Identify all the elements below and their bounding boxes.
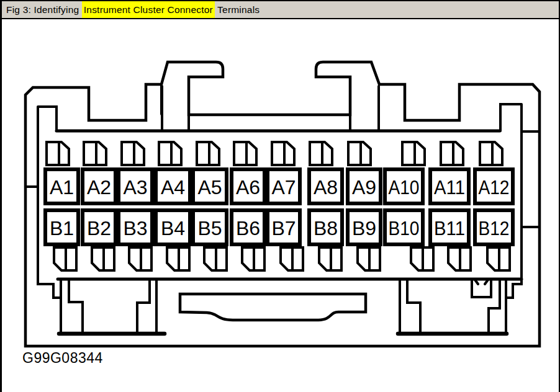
terminal-label: A4 xyxy=(161,176,185,198)
pin-slot-bottom xyxy=(129,247,151,270)
terminal-A10: A10 xyxy=(385,169,423,203)
terminal-label: B5 xyxy=(197,217,222,239)
terminal-label: B12 xyxy=(479,217,510,239)
terminal-A4: A4 xyxy=(156,169,190,203)
terminal-row-b: B1B2B3B4B5B6B7B8B9B10B11B12 xyxy=(45,210,513,244)
terminal-label: A2 xyxy=(87,176,111,198)
figure-title-bar: Fig 3: Identifying Instrument Cluster Co… xyxy=(2,0,559,19)
terminal-B2: B2 xyxy=(83,210,115,244)
terminal-label: A1 xyxy=(50,176,74,198)
terminal-B3: B3 xyxy=(119,210,152,244)
pin-slot-top xyxy=(310,142,332,165)
title-suffix: Terminals xyxy=(215,4,260,16)
pin-slot-top xyxy=(348,142,371,165)
pin-slot-bottom xyxy=(281,247,303,270)
terminal-A2: A2 xyxy=(83,169,115,203)
pin-slot-bottom xyxy=(92,247,114,270)
pin-slot-top xyxy=(47,142,69,165)
pin-slot-bottom xyxy=(319,247,341,270)
terminal-label: B3 xyxy=(123,217,147,239)
pin-slot-top xyxy=(197,142,219,165)
latch-post-edges xyxy=(161,78,379,130)
pin-slot-bottom xyxy=(242,247,264,270)
terminal-A5: A5 xyxy=(193,169,227,203)
terminal-label: B1 xyxy=(50,217,74,239)
pin-slot-top xyxy=(234,142,256,165)
pin-slot-bottom xyxy=(487,247,510,270)
terminal-A3: A3 xyxy=(119,169,152,203)
terminal-A7: A7 xyxy=(268,169,300,203)
title-prefix: Fig 3: Identifying xyxy=(6,4,82,16)
terminal-label: B7 xyxy=(271,217,296,239)
pin-slot-top xyxy=(84,142,106,165)
pin-slot-bottom xyxy=(448,247,471,270)
catch-notch xyxy=(472,279,491,297)
terminal-label: B9 xyxy=(352,217,376,239)
terminal-A6: A6 xyxy=(232,169,264,203)
terminal-label: A10 xyxy=(389,176,420,198)
terminal-B12: B12 xyxy=(475,210,513,244)
pin-slot-bottom xyxy=(411,247,433,270)
terminal-B9: B9 xyxy=(348,210,381,244)
terminal-A8: A8 xyxy=(309,169,342,203)
terminal-B4: B4 xyxy=(156,210,190,244)
terminal-B1: B1 xyxy=(45,210,78,244)
pin-slot-top xyxy=(402,142,425,165)
terminal-label: A9 xyxy=(352,176,376,198)
pin-slot-top xyxy=(480,142,502,165)
connector-diagram: A1A2A3A4A5A6A7A8A9A10A11A12 B1B2B3B4B5B6… xyxy=(2,0,560,392)
left-legs xyxy=(61,279,156,332)
center-lock-tab xyxy=(180,294,366,320)
terminal-A9: A9 xyxy=(348,169,381,203)
terminal-B7: B7 xyxy=(268,210,300,244)
figure-page: Fig 3: Identifying Instrument Cluster Co… xyxy=(0,0,560,392)
pin-slot-top xyxy=(272,142,294,165)
terminal-label: A7 xyxy=(271,176,296,198)
pin-slot-bottom xyxy=(204,247,227,270)
pin-slot-top xyxy=(122,142,144,165)
title-highlight: Instrument Cluster Connector xyxy=(82,1,215,18)
figure-code: G99G08344 xyxy=(22,350,103,367)
terminal-label: B4 xyxy=(161,217,185,239)
terminal-label: A11 xyxy=(434,176,465,198)
terminal-label: B10 xyxy=(389,217,420,239)
terminal-A12: A12 xyxy=(475,169,513,203)
pin-slot-bottom xyxy=(358,247,380,270)
terminal-label: A6 xyxy=(236,176,260,198)
terminal-label: B11 xyxy=(434,217,465,239)
terminal-B10: B10 xyxy=(385,210,423,244)
terminal-B8: B8 xyxy=(309,210,342,244)
top-pin-slot-row xyxy=(47,142,502,165)
pin-slot-bottom xyxy=(167,247,189,270)
terminal-label: A8 xyxy=(314,176,338,198)
terminal-B6: B6 xyxy=(232,210,264,244)
pin-slot-top xyxy=(159,142,181,165)
pin-slot-bottom xyxy=(54,247,76,270)
terminal-row-a: A1A2A3A4A5A6A7A8A9A10A11A12 xyxy=(45,169,513,203)
terminal-label: B2 xyxy=(87,217,111,239)
terminal-label: A3 xyxy=(123,176,147,198)
terminal-label: A12 xyxy=(479,176,510,198)
terminal-label: B6 xyxy=(236,217,260,239)
terminal-B11: B11 xyxy=(430,210,469,244)
terminal-label: B8 xyxy=(314,217,338,239)
terminal-label: A5 xyxy=(197,176,222,198)
pin-slot-top xyxy=(441,142,463,165)
terminal-A1: A1 xyxy=(45,169,78,203)
bottom-pin-slot-row xyxy=(54,247,510,270)
terminal-B5: B5 xyxy=(193,210,227,244)
terminal-A11: A11 xyxy=(430,169,469,203)
